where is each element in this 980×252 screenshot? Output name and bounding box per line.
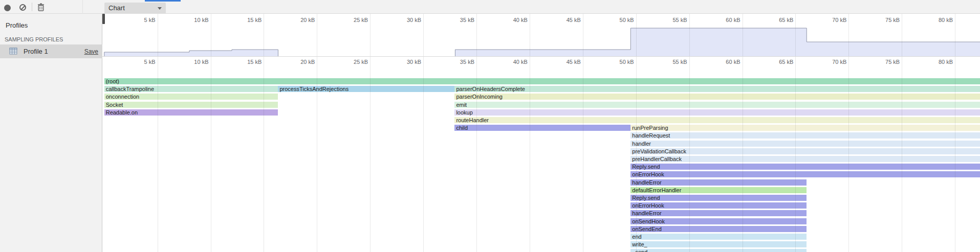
profile-name: Profile 1 — [24, 48, 48, 55]
flame-bar[interactable]: lookup — [454, 109, 980, 116]
gridline — [795, 57, 796, 252]
flame-bar[interactable]: onErrorHook — [630, 202, 807, 209]
ruler-tick-label: 55 kB — [672, 59, 687, 65]
gridline — [795, 14, 796, 56]
ruler-tick-label: 5 kB — [144, 17, 156, 23]
profiler-toolbar: Chart — [0, 0, 980, 14]
view-mode-value: Chart — [108, 4, 125, 12]
sidebar-title: Profiles — [6, 21, 28, 29]
ruler-tick-label: 50 kB — [620, 59, 634, 65]
ruler-tick-label: 60 kB — [726, 59, 740, 65]
flame-bar[interactable]: emit — [454, 102, 980, 108]
gridline — [476, 14, 477, 56]
ruler-tick-label: 15 kB — [247, 59, 262, 65]
memory-overview-pane[interactable]: 5 kB10 kB15 kB20 kB25 kB30 kB35 kB40 kB4… — [102, 14, 980, 56]
gridline — [583, 57, 583, 252]
flame-bar[interactable]: routeHandler — [454, 117, 980, 123]
ruler-tick-label: 20 kB — [300, 59, 315, 65]
ruler-tick-label: 35 kB — [460, 59, 474, 65]
gridline — [211, 57, 211, 252]
ruler-tick-label: 45 kB — [567, 17, 581, 23]
gridline — [955, 14, 955, 56]
gridline — [370, 14, 371, 56]
gridline — [264, 14, 264, 56]
flame-bar[interactable]: Reply.send — [630, 164, 980, 170]
ruler-tick-label: 30 kB — [407, 17, 421, 23]
flame-bar[interactable]: onSendEnd — [630, 226, 807, 232]
ruler-tick-label: 10 kB — [194, 17, 208, 23]
flame-chart-area: 5 kB10 kB15 kB20 kB25 kB30 kB35 kB40 kB4… — [102, 14, 980, 252]
gridline — [423, 57, 424, 252]
ruler-tick-label: 50 kB — [620, 17, 634, 23]
toolbar-divider — [32, 3, 32, 11]
ruler-tick-label: 25 kB — [354, 17, 368, 23]
flame-bar[interactable]: onErrorHook — [630, 171, 980, 177]
ruler-tick-label: 45 kB — [567, 59, 581, 65]
ruler-tick-label: 65 kB — [779, 17, 793, 23]
view-mode-select[interactable]: Chart — [104, 3, 166, 14]
ruler-tick-label: 80 kB — [939, 17, 953, 23]
accent-indicator — [145, 0, 181, 2]
flame-bar[interactable]: handler — [630, 141, 980, 147]
flame-bar[interactable]: defaultErrorHandler — [630, 187, 807, 193]
flame-bar[interactable]: Readable.on — [104, 109, 278, 116]
flame-chart-canvas[interactable]: 5 kB10 kB15 kB20 kB25 kB30 kB35 kB40 kB4… — [102, 57, 980, 252]
gridline — [211, 14, 211, 56]
record-icon[interactable] — [4, 5, 11, 11]
flame-bar[interactable]: onconnection — [104, 94, 278, 100]
gridline — [902, 57, 902, 252]
ruler-tick-label: 20 kB — [300, 17, 315, 23]
ruler-tick-label: 35 kB — [460, 17, 474, 23]
gridline — [848, 14, 849, 56]
clear-icon[interactable] — [19, 4, 26, 11]
ruler-tick-label: 70 kB — [832, 17, 846, 23]
ruler-tick-label: 30 kB — [407, 59, 421, 65]
gridline — [158, 57, 158, 252]
flame-bar[interactable]: parserOnHeadersComplete — [454, 86, 980, 92]
flame-bar[interactable]: preValidationCallback — [630, 148, 980, 154]
flame-bar[interactable]: end — [630, 234, 807, 240]
flame-bar[interactable]: handleError — [630, 210, 807, 216]
ruler-tick-label: 65 kB — [779, 59, 793, 65]
gridline — [636, 14, 637, 56]
gridline — [848, 57, 849, 252]
profile-grid-icon — [9, 47, 17, 55]
ruler-tick-label: 60 kB — [726, 17, 740, 23]
gridline — [636, 57, 637, 252]
gridline — [423, 14, 424, 56]
flame-bar[interactable]: _send — [630, 249, 807, 252]
ruler-tick-label: 40 kB — [513, 17, 528, 23]
ruler-tick-label: 5 kB — [144, 59, 156, 65]
save-link[interactable]: Save — [84, 48, 98, 55]
flame-bar[interactable]: parserOnIncoming — [454, 94, 980, 100]
flame-bar[interactable]: handleError — [630, 179, 807, 186]
trash-icon[interactable] — [37, 3, 45, 11]
gridline — [158, 14, 158, 56]
gridline — [317, 57, 317, 252]
ruler-tick-label: 70 kB — [832, 59, 846, 65]
gridline — [689, 57, 690, 252]
flame-bar[interactable]: write_ — [630, 241, 807, 247]
flame-bar[interactable]: Socket — [104, 102, 278, 108]
gridline — [317, 14, 317, 56]
gridline — [902, 14, 902, 56]
flame-bar[interactable]: callbackTrampoline — [104, 86, 278, 92]
overview-window-handle-left[interactable] — [102, 14, 105, 24]
flame-bar[interactable]: handleRequest — [630, 132, 980, 139]
flame-bar[interactable]: runPreParsing — [630, 125, 980, 131]
ruler-tick-label: 15 kB — [247, 17, 262, 23]
flame-bar[interactable]: child — [454, 125, 630, 131]
sidebar-item-profile-1[interactable]: Profile 1 Save — [0, 44, 102, 58]
flame-bar[interactable]: Reply.send — [630, 195, 807, 201]
gridline — [264, 57, 264, 252]
memory-profiler-panel: Chart Profiles SAMPLING PROFILES Profile… — [0, 0, 980, 252]
flame-bar[interactable]: preHandlerCallback — [630, 156, 980, 162]
gridline — [530, 57, 530, 252]
gridline — [476, 57, 477, 252]
gridline — [370, 57, 371, 252]
sampling-profiles-header: SAMPLING PROFILES — [5, 36, 63, 42]
flame-bar[interactable]: processTicksAndRejections — [278, 86, 454, 92]
ruler-tick-label: 75 kB — [885, 17, 900, 23]
flame-bar[interactable]: onSendHook — [630, 218, 807, 224]
gridline — [583, 14, 583, 56]
